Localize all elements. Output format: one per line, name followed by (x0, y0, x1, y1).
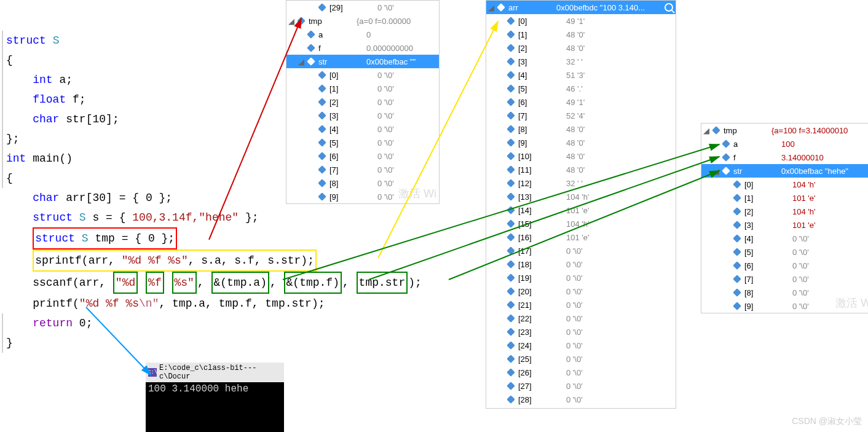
watch-row[interactable]: [20]0 '\0' (486, 285, 676, 298)
watch-row[interactable]: [17]0 '\0' (486, 244, 676, 257)
watch-row[interactable]: [23]0 '\0' (486, 325, 676, 339)
watch-panel-arr[interactable]: ◢arr0x00befbdc "100 3.140... [0]49 '1'[1… (486, 0, 676, 409)
watch-row[interactable]: [19]0 '\0' (486, 271, 676, 285)
watch-row[interactable]: [18]0 '\0' (486, 257, 676, 271)
console-window[interactable]: C:\E:\code_c\class-bit---c\Docur 100 3.1… (146, 363, 284, 432)
watermark: 激活 Wi (398, 186, 436, 201)
watch-row[interactable]: [0]49 '1' (486, 14, 676, 28)
watch-row[interactable]: [8]48 '0' (486, 122, 676, 136)
watch-row[interactable]: [5]46 '.' (486, 82, 676, 95)
highlight-yellow: sprintf(arr, "%d %f %s", s.a, s.f, s.str… (33, 249, 317, 272)
watch-row[interactable]: [5]0 '\0' (701, 245, 868, 259)
watch-row[interactable]: [22]0 '\0' (486, 312, 676, 325)
highlight-tmp-a: &(tmp.a) (211, 272, 269, 294)
watch-row[interactable]: a100 (701, 137, 868, 151)
watch-row[interactable]: [4]0 '\0' (286, 122, 439, 136)
watch-row[interactable]: [1]48 '0' (486, 28, 676, 41)
watch-row[interactable]: [26]0 '\0' (486, 366, 676, 379)
watch-row[interactable]: [6]49 '1' (486, 95, 676, 109)
watch-row[interactable]: [13]104 'h' (486, 190, 676, 203)
watch-row[interactable]: [3]0 '\0' (286, 109, 439, 122)
watch-row[interactable]: [12]32 ' ' (486, 176, 676, 190)
watch-row[interactable]: [1]101 'e' (701, 191, 868, 205)
watch-row[interactable]: [7]0 '\0' (286, 163, 439, 176)
watch-row[interactable]: [29]0 '\0' (486, 406, 676, 409)
watch-row[interactable]: [11]48 '0' (486, 163, 676, 176)
watch-row[interactable]: [3]101 'e' (701, 218, 868, 232)
watch-row[interactable]: [5]0 '\0' (286, 136, 439, 149)
highlight-fmt-d: "%d (113, 272, 138, 294)
csdn-watermark: CSDN @淑女小莹 (792, 416, 862, 427)
watch-row[interactable]: [10]48 '0' (486, 149, 676, 163)
watch-row[interactable]: f0.000000000 (286, 41, 439, 55)
watch-row[interactable]: [27]0 '\0' (486, 379, 676, 393)
watch-row[interactable]: [2]104 'h' (701, 205, 868, 218)
watch-row[interactable]: [3]32 ' ' (486, 55, 676, 68)
watch-row[interactable]: [2]48 '0' (486, 41, 676, 55)
watch-row[interactable]: [4]51 '3' (486, 68, 676, 82)
console-icon: C:\ (148, 368, 157, 377)
watch-row-tmp[interactable]: ◢tmp{a=0 f=0.00000 (286, 14, 439, 28)
watch-row-str-selected[interactable]: ◢str0x00befbac "hehe" (701, 164, 868, 178)
highlight-red: struct S tmp = { 0 }; (33, 227, 177, 249)
magnifier-icon[interactable] (665, 3, 673, 12)
console-output: 100 3.140000 hehe (146, 382, 284, 432)
watch-panel-tmp-before[interactable]: [29]0 '\0' ◢tmp{a=0 f=0.00000 a0 f0.0000… (286, 0, 440, 204)
console-title-bar[interactable]: C:\E:\code_c\class-bit---c\Docur (146, 363, 284, 382)
watch-row[interactable]: [6]0 '\0' (286, 149, 439, 163)
watch-row[interactable]: [6]0 '\0' (701, 259, 868, 272)
watch-row-str-selected[interactable]: ◢str0x00befbac "" (286, 55, 439, 68)
watch-row[interactable]: [21]0 '\0' (486, 298, 676, 312)
watch-row[interactable]: [28]0 '\0' (486, 393, 676, 406)
watch-panel-tmp-after[interactable]: ◢tmp{a=100 f=3.14000010 a100 f3.14000010… (701, 123, 868, 313)
watch-row[interactable]: [24]0 '\0' (486, 339, 676, 352)
watch-row[interactable]: [25]0 '\0' (486, 352, 676, 366)
watch-row[interactable]: [7]52 '4' (486, 109, 676, 122)
watch-row[interactable]: [0]0 '\0' (286, 68, 439, 82)
watch-row[interactable]: [1]0 '\0' (286, 82, 439, 95)
watermark: 激活 Windo (835, 296, 868, 310)
watch-row[interactable]: [2]0 '\0' (286, 95, 439, 109)
watch-row[interactable]: [29]0 '\0' (286, 1, 439, 14)
watch-row[interactable]: [0]104 'h' (701, 178, 868, 191)
watch-row[interactable]: a0 (286, 28, 439, 41)
watch-row[interactable]: [14]101 'e' (486, 203, 676, 217)
watch-row-arr-selected[interactable]: ◢arr0x00befbdc "100 3.140... (486, 1, 676, 14)
watch-row[interactable]: [16]101 'e' (486, 230, 676, 244)
watch-row-tmp[interactable]: ◢tmp{a=100 f=3.14000010 (701, 124, 868, 137)
watch-row[interactable]: [7]0 '\0' (701, 272, 868, 286)
watch-row[interactable]: [4]0 '\0' (701, 232, 868, 245)
watch-row[interactable]: [15]104 'h' (486, 217, 676, 230)
expander-icon[interactable]: ◢ (288, 17, 295, 26)
watch-row[interactable]: [9]48 '0' (486, 136, 676, 149)
watch-row[interactable]: f3.14000010 (701, 151, 868, 164)
